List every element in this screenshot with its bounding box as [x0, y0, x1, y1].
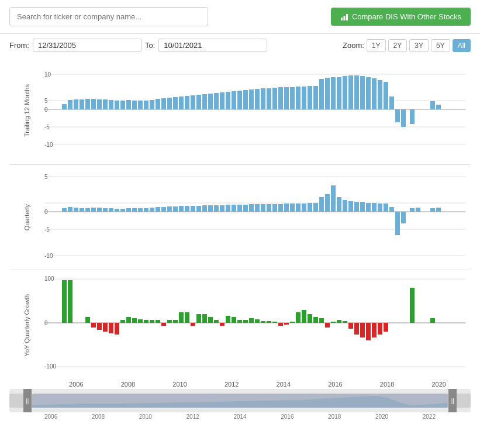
svg-rect-166	[144, 320, 149, 323]
svg-rect-162	[120, 320, 125, 323]
svg-rect-169	[161, 323, 166, 326]
svg-rect-122	[284, 204, 289, 212]
svg-rect-114	[237, 205, 242, 212]
svg-rect-55	[308, 86, 312, 109]
svg-rect-99	[150, 208, 154, 212]
svg-text:-10: -10	[44, 253, 53, 259]
svg-rect-33	[179, 97, 184, 109]
svg-rect-145	[430, 208, 435, 212]
yoy-label: YoY Quarterly Growth	[23, 294, 30, 356]
svg-rect-59	[331, 77, 336, 109]
svg-rect-50	[278, 87, 283, 109]
to-date-input[interactable]	[158, 39, 267, 52]
svg-rect-137	[372, 203, 377, 212]
svg-rect-180	[226, 316, 230, 323]
svg-rect-129	[325, 194, 330, 212]
svg-rect-111	[220, 205, 225, 212]
zoom-2y[interactable]: 2Y	[388, 39, 408, 52]
svg-rect-203	[360, 323, 365, 337]
svg-rect-118	[261, 204, 265, 212]
svg-rect-185	[255, 319, 260, 323]
svg-rect-66	[372, 78, 377, 109]
svg-rect-51	[284, 87, 289, 109]
svg-rect-173	[185, 312, 189, 323]
scrollbar-handle-right[interactable]: ||	[448, 389, 457, 412]
svg-rect-16	[80, 99, 84, 109]
svg-rect-70	[395, 109, 400, 122]
yoy-svg: 100 0 -100	[44, 270, 465, 378]
svg-rect-205	[372, 323, 377, 337]
compare-button[interactable]: Compare DIS With Other Stocks	[331, 8, 471, 26]
svg-rect-176	[202, 314, 207, 323]
svg-rect-67	[378, 80, 382, 109]
svg-rect-194	[308, 314, 312, 323]
x-label-2008: 2008	[121, 381, 135, 388]
scroll-label-2016: 2016	[281, 413, 293, 420]
svg-rect-146	[436, 208, 441, 212]
svg-rect-71	[401, 109, 406, 127]
svg-rect-154	[62, 280, 67, 323]
svg-rect-94	[120, 209, 125, 212]
svg-rect-25	[132, 101, 137, 109]
svg-text:-5: -5	[44, 124, 50, 130]
svg-rect-195	[313, 317, 318, 323]
svg-rect-124	[296, 204, 301, 212]
svg-rect-30	[161, 98, 166, 109]
zoom-3y[interactable]: 3Y	[409, 39, 429, 52]
svg-rect-126	[308, 203, 312, 212]
svg-rect-74	[436, 105, 441, 109]
zoom-5y[interactable]: 5Y	[431, 39, 450, 52]
scroll-label-2020: 2020	[375, 413, 388, 420]
svg-rect-38	[208, 94, 213, 109]
scroll-label-2014: 2014	[233, 413, 246, 420]
svg-rect-39	[214, 93, 219, 109]
compare-btn-label: Compare DIS With Other Stocks	[352, 12, 461, 21]
scrollbar-handle-left[interactable]: ||	[23, 389, 32, 412]
scroll-label-2006: 2006	[44, 413, 57, 420]
trailing12-svg: 10 5 0 -5 -10	[44, 57, 465, 162]
svg-rect-108	[202, 205, 207, 212]
svg-rect-62	[348, 75, 353, 109]
svg-rect-53	[296, 87, 301, 109]
svg-rect-196	[319, 318, 324, 323]
svg-rect-42	[232, 91, 236, 109]
svg-text:5: 5	[44, 174, 48, 180]
scrollbar-mini-chart	[32, 394, 447, 408]
svg-rect-186	[261, 321, 265, 323]
scrollbar-x-labels: 2006 2008 2010 2012 2014 2016 2018 2020 …	[9, 412, 471, 421]
svg-rect-209	[430, 318, 435, 323]
svg-rect-159	[103, 323, 108, 332]
zoom-controls: Zoom: 1Y 2Y 3Y 5Y All	[343, 39, 471, 52]
scrollbar-container: || ||	[9, 389, 471, 412]
svg-rect-136	[366, 203, 371, 212]
svg-rect-113	[232, 205, 236, 212]
svg-marker-210	[32, 396, 447, 408]
svg-rect-127	[313, 203, 318, 212]
svg-rect-165	[138, 319, 143, 323]
svg-rect-204	[366, 323, 371, 340]
svg-rect-190	[284, 323, 289, 325]
svg-rect-175	[196, 314, 201, 323]
from-date-input[interactable]	[33, 39, 141, 52]
svg-rect-189	[278, 323, 283, 326]
svg-rect-14	[68, 100, 72, 109]
svg-rect-46	[255, 89, 260, 109]
svg-rect-90	[97, 208, 102, 212]
zoom-all[interactable]: All	[453, 39, 471, 52]
svg-rect-121	[278, 204, 283, 212]
svg-rect-13	[62, 104, 67, 109]
svg-rect-116	[249, 204, 254, 212]
svg-rect-168	[156, 320, 160, 323]
svg-rect-96	[132, 208, 137, 212]
quarterly-chart-section: Quarterly 5 0 -5 -10	[9, 165, 471, 270]
zoom-1y[interactable]: 1Y	[367, 39, 386, 52]
svg-rect-60	[337, 77, 341, 109]
svg-rect-202	[354, 323, 359, 335]
svg-rect-103	[173, 206, 178, 212]
svg-rect-131	[337, 197, 341, 212]
svg-rect-183	[243, 320, 248, 323]
search-input[interactable]	[9, 7, 208, 26]
x-label-2020: 2020	[431, 381, 446, 388]
svg-rect-206	[378, 323, 382, 335]
svg-rect-130	[331, 185, 336, 212]
